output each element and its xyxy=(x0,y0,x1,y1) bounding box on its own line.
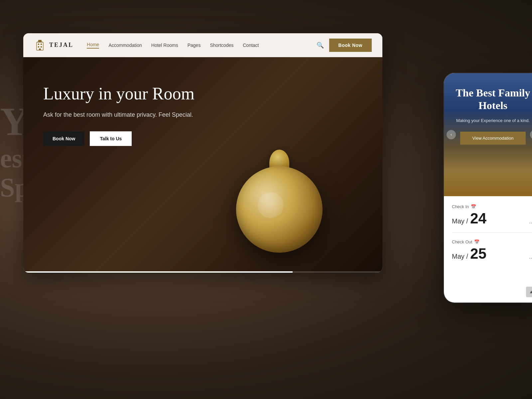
progress-bar-fill xyxy=(23,271,293,273)
checkin-month: May / xyxy=(452,217,468,225)
checkout-label-text: Check Out xyxy=(452,239,472,244)
checkout-calendar-icon: 📅 xyxy=(474,239,479,244)
mobile-phone: ‹ › The Best Family Hotels Making your E… xyxy=(444,73,532,303)
hero-buttons: Book Now Talk to Us xyxy=(43,131,195,146)
nav-right: 🔍 Book Now xyxy=(317,39,372,52)
nav-link-hotel-rooms[interactable]: Hotel Rooms xyxy=(151,43,178,48)
nav-link-pages[interactable]: Pages xyxy=(188,43,201,48)
desktop-window: TEJAL Home Accommodation Hotel Rooms Pag… xyxy=(23,33,382,273)
checkout-month: May / xyxy=(452,253,468,260)
checkout-more-button[interactable]: ... xyxy=(529,253,532,260)
hero-content: Luxury in your Room Ask for the best roo… xyxy=(43,84,195,146)
phone-prev-button[interactable]: ‹ xyxy=(447,130,456,139)
checkin-value-row: May / 24 ... xyxy=(452,211,532,226)
scroll-to-top-button[interactable]: ▲ xyxy=(526,287,532,297)
hero-talk-to-us-button[interactable]: Talk to Us xyxy=(90,131,132,146)
svg-rect-7 xyxy=(39,49,41,50)
nav-links: Home Accommodation Hotel Rooms Pages Sho… xyxy=(87,42,317,49)
checkout-day: 25 xyxy=(470,246,486,261)
booking-widget: Check In 📅 May / 24 ... Check Out 📅 May … xyxy=(444,196,532,269)
checkin-label-text: Check In xyxy=(452,204,469,209)
checkin-field: Check In 📅 May / 24 ... xyxy=(452,204,532,233)
progress-bar-container xyxy=(23,271,382,273)
checkin-more-button[interactable]: ... xyxy=(529,217,532,225)
hero-section: Luxury in your Room Ask for the best roo… xyxy=(23,57,382,273)
nav-link-accommodation[interactable]: Accommodation xyxy=(108,43,142,48)
checkout-value-row: May / 25 ... xyxy=(452,246,532,261)
checkin-label: Check In 📅 xyxy=(452,204,532,209)
bell-visual xyxy=(216,80,342,273)
search-icon[interactable]: 🔍 xyxy=(317,42,324,49)
bell-reflection xyxy=(233,190,326,229)
checkin-date[interactable]: May / 24 xyxy=(452,211,486,226)
svg-rect-4 xyxy=(41,44,42,45)
phone-next-button[interactable]: › xyxy=(530,130,532,139)
phone-carousel-nav: ‹ › xyxy=(444,130,532,139)
nav-link-contact[interactable]: Contact xyxy=(243,43,259,48)
phone-hero-image: ‹ › The Best Family Hotels Making your E… xyxy=(444,73,532,196)
checkout-label: Check Out 📅 xyxy=(452,239,532,244)
nav-link-shortcodes[interactable]: Shortcodes xyxy=(210,43,233,48)
building-icon xyxy=(34,39,46,51)
hero-subtitle: Ask for the best room with ultimate priv… xyxy=(43,110,195,119)
hero-book-now-button[interactable]: Book Now xyxy=(43,131,84,146)
logo-area: TEJAL xyxy=(34,39,73,51)
book-now-button[interactable]: Book Now xyxy=(329,39,372,52)
logo-text: TEJAL xyxy=(49,42,73,49)
checkout-field: Check Out 📅 May / 25 ... xyxy=(452,239,532,261)
checkin-calendar-icon: 📅 xyxy=(471,204,476,209)
checkout-date[interactable]: May / 25 xyxy=(452,246,486,261)
svg-rect-6 xyxy=(41,46,42,48)
hero-title: Luxury in your Room xyxy=(43,84,195,104)
svg-rect-3 xyxy=(38,44,39,45)
nav-link-home[interactable]: Home xyxy=(87,42,99,49)
checkin-day: 24 xyxy=(470,211,486,226)
phone-hero-title: The Best Family Hotels xyxy=(452,86,532,112)
svg-rect-5 xyxy=(38,46,39,48)
phone-hero-subtitle: Making your Experience one of a kind. xyxy=(452,117,532,124)
navbar: TEJAL Home Accommodation Hotel Rooms Pag… xyxy=(23,33,382,57)
